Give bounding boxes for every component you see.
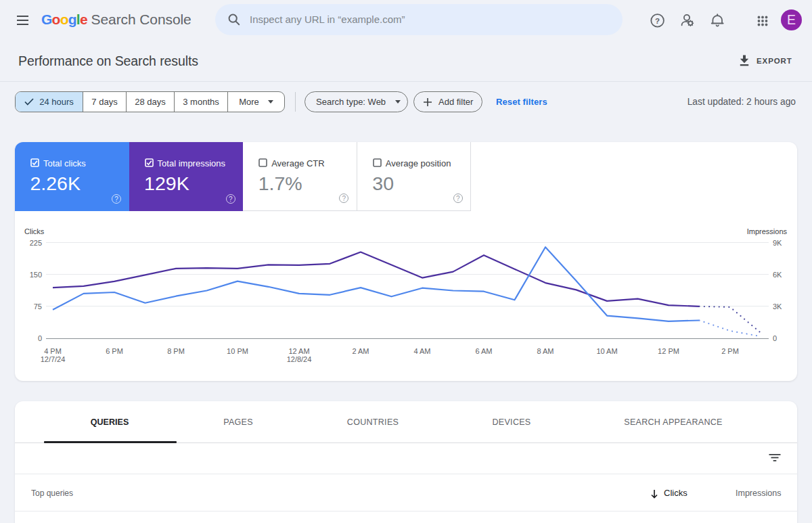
svg-text:12 AM: 12 AM	[288, 347, 309, 355]
svg-text:8 PM: 8 PM	[167, 347, 185, 355]
svg-text:10 PM: 10 PM	[227, 347, 248, 355]
svg-text:4 AM: 4 AM	[413, 347, 430, 355]
svg-text:225: 225	[30, 239, 42, 247]
svg-text:12/8/24: 12/8/24	[287, 355, 312, 363]
svg-text:12/7/24: 12/7/24	[41, 355, 66, 363]
svg-text:12 PM: 12 PM	[658, 347, 679, 355]
svg-text:75: 75	[34, 302, 42, 311]
svg-text:10 AM: 10 AM	[596, 347, 617, 355]
svg-text:4 PM: 4 PM	[44, 347, 62, 355]
svg-text:6 AM: 6 AM	[475, 347, 492, 355]
svg-text:6K: 6K	[773, 271, 782, 279]
svg-text:0: 0	[38, 334, 42, 342]
svg-text:Impressions: Impressions	[747, 227, 788, 235]
svg-text:0: 0	[773, 334, 777, 342]
svg-text:6 PM: 6 PM	[106, 347, 123, 355]
svg-text:9K: 9K	[773, 239, 782, 247]
svg-text:2 AM: 2 AM	[352, 347, 369, 355]
svg-text:8 AM: 8 AM	[537, 347, 554, 355]
svg-text:?: ?	[655, 17, 660, 25]
svg-text:150: 150	[30, 271, 42, 279]
svg-text:Clicks: Clicks	[24, 227, 45, 235]
svg-text:3K: 3K	[773, 302, 782, 311]
svg-text:2 PM: 2 PM	[721, 347, 739, 355]
